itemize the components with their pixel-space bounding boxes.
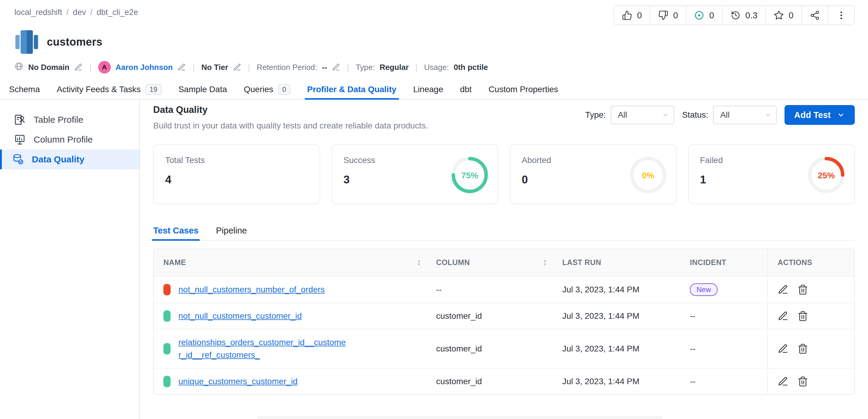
subtab-pipeline[interactable]: Pipeline	[216, 221, 247, 240]
task-icon	[694, 10, 704, 21]
breadcrumb: local_redshift / dev / dbt_cli_e2e	[14, 5, 138, 17]
tab-activity-feeds-tasks[interactable]: Activity Feeds & Tasks 19	[57, 80, 162, 99]
tab-sample-data[interactable]: Sample Data	[178, 80, 227, 99]
add-test-button[interactable]: Add Test	[784, 105, 855, 125]
type-filter-select[interactable]: All	[611, 106, 674, 124]
filters-bar: Type: All Status: All	[585, 104, 855, 125]
thumbs-down-icon	[658, 10, 668, 21]
card-value: 4	[165, 173, 308, 186]
thumbs-down-button[interactable]: 0	[650, 6, 686, 25]
test-status-indicator-success	[163, 376, 170, 387]
share-icon	[810, 10, 820, 21]
name-cell: not_null_customers_number_of_orders	[154, 277, 427, 303]
data-quality-panel: Data Quality Build trust in your data wi…	[140, 100, 868, 419]
delete-test-button[interactable]	[798, 311, 808, 321]
share-button[interactable]	[802, 6, 828, 25]
type-filter-value: All	[611, 110, 627, 120]
kebab-menu-icon	[836, 10, 846, 21]
type-label: Type:	[355, 63, 375, 72]
column-header-label: INCIDENT	[690, 257, 726, 268]
column-header-incident: INCIDENT	[680, 249, 767, 276]
edit-test-button[interactable]	[778, 311, 788, 321]
star-button[interactable]: 0	[766, 6, 802, 25]
thumbs-up-button[interactable]: 0	[614, 6, 650, 25]
owner-avatar: A	[98, 61, 111, 73]
incident-cell: --	[680, 368, 767, 394]
tab-custom-properties[interactable]: Custom Properties	[488, 80, 558, 99]
sidebar-item-data-quality[interactable]: Data Quality	[0, 150, 140, 169]
percent-ring: 75%	[451, 156, 489, 194]
incident-status-badge[interactable]: New	[690, 283, 717, 296]
star-count: 0	[789, 10, 794, 21]
test-case-link[interactable]: not_null_customers_number_of_orders	[178, 283, 325, 296]
version-history-button[interactable]: 0.3	[723, 6, 766, 25]
actions-cell	[767, 303, 854, 329]
name-cell: not_null_customers_customer_id	[154, 303, 427, 329]
edit-test-button[interactable]	[778, 343, 788, 354]
entity-header: local_redshift / dev / dbt_cli_e2e 0 0 0…	[0, 0, 868, 74]
usage-value: 0th pctile	[454, 63, 488, 72]
edit-icon	[778, 284, 788, 295]
edit-icon	[778, 376, 788, 387]
data-quality-icon	[12, 153, 24, 165]
owner-field: A Aaron Johnson	[98, 61, 186, 73]
column-profile-icon	[14, 134, 26, 146]
percent-ring: 25%	[807, 156, 845, 194]
test-case-link[interactable]: not_null_customers_customer_id	[178, 310, 302, 322]
test-case-link[interactable]: unique_customers_customer_id	[178, 375, 298, 388]
name-cell: unique_customers_customer_id	[154, 368, 427, 394]
sidebar-item-column-profile[interactable]: Column Profile	[0, 130, 140, 150]
edit-tier-button[interactable]	[233, 63, 242, 71]
column-header-actions: ACTIONS	[767, 249, 854, 276]
panel-description: Build trust in your data with quality te…	[153, 120, 428, 132]
edit-icon	[778, 311, 788, 321]
task-button[interactable]: 0	[686, 6, 722, 25]
subtab-label: Pipeline	[216, 226, 247, 236]
last-run-cell: Jul 3, 2023, 1:44 PM	[553, 277, 680, 303]
test-cases-table: NAME ▲▼ COLUMN ▲▼ LAST RUN INCIDENT ACTI…	[153, 249, 855, 395]
edit-retention-button[interactable]	[332, 63, 340, 71]
subtab-test-cases[interactable]: Test Cases	[153, 221, 198, 240]
type-filter: Type: All	[585, 106, 674, 124]
type-field: Type: Regular	[355, 63, 408, 72]
edit-owner-button[interactable]	[178, 63, 186, 71]
tab-queries[interactable]: Queries 0	[244, 80, 290, 99]
last-run-cell: Jul 3, 2023, 1:44 PM	[553, 329, 680, 368]
table-header: NAME ▲▼ COLUMN ▲▼ LAST RUN INCIDENT ACTI…	[154, 249, 854, 277]
delete-test-button[interactable]	[798, 376, 808, 387]
delete-icon	[798, 376, 808, 387]
edit-domain-button[interactable]	[74, 63, 83, 71]
breadcrumb-item-service[interactable]: local_redshift	[14, 8, 62, 17]
sort-icon[interactable]: ▲▼	[543, 259, 547, 266]
status-filter-select[interactable]: All	[713, 106, 777, 124]
below-fold-element	[257, 416, 662, 419]
tab-schema[interactable]: Schema	[9, 80, 40, 99]
breadcrumb-item-schema[interactable]: dbt_cli_e2e	[97, 8, 138, 17]
column-cell: --	[427, 277, 553, 303]
chevron-down-icon	[662, 111, 670, 119]
tab-lineage[interactable]: Lineage	[413, 80, 443, 99]
column-header-column[interactable]: COLUMN ▲▼	[427, 249, 553, 276]
tab-badge: 0	[278, 84, 290, 95]
breadcrumb-item-database[interactable]: dev	[73, 8, 86, 17]
percent-ring: 0%	[629, 156, 667, 194]
owner-link[interactable]: Aaron Johnson	[116, 63, 173, 72]
sidebar-item-table-profile[interactable]: Table Profile	[0, 110, 140, 130]
meta-separator: |	[248, 62, 250, 72]
test-case-link[interactable]: relationships_orders_customer_id__custom…	[178, 336, 347, 361]
tab-profiler-data-quality[interactable]: Profiler & Data Quality	[307, 80, 397, 99]
column-header-name[interactable]: NAME ▲▼	[154, 249, 427, 276]
delete-test-button[interactable]	[798, 284, 808, 295]
edit-icon	[778, 343, 788, 354]
sort-icon[interactable]: ▲▼	[416, 259, 421, 266]
last-run-cell: Jul 3, 2023, 1:44 PM	[553, 303, 680, 329]
column-cell: customer_id	[427, 329, 553, 368]
edit-test-button[interactable]	[778, 284, 788, 295]
chevron-down-icon	[764, 111, 772, 119]
edit-test-button[interactable]	[778, 376, 788, 387]
kebab-menu-button[interactable]	[828, 6, 854, 25]
usage-field: Usage: 0th pctile	[424, 63, 488, 72]
delete-test-button[interactable]	[798, 343, 808, 354]
tab-dbt[interactable]: dbt	[460, 80, 471, 99]
version-history-count: 0.3	[745, 10, 757, 21]
